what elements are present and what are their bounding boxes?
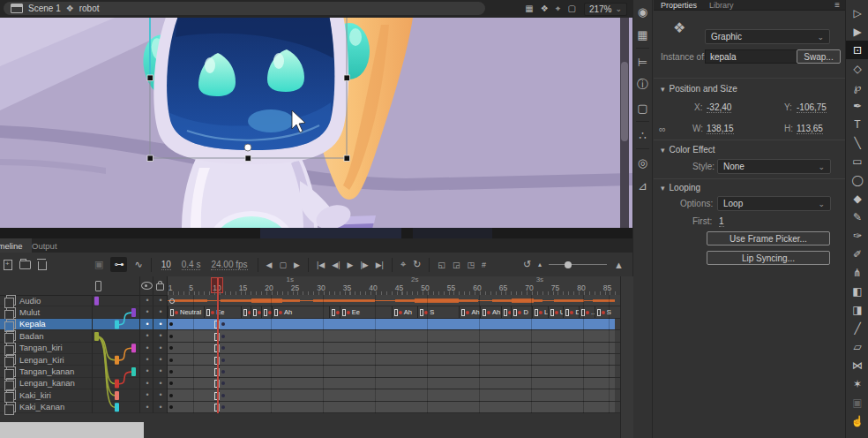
keyframe-dot[interactable] (221, 335, 225, 338)
playback-button-0[interactable]: ◀ (266, 261, 273, 269)
stage-scrollbar-thumb[interactable] (621, 62, 628, 141)
layer-lock-dot[interactable]: • (155, 403, 166, 412)
frame-row-Mulut[interactable]: NeutralEeDEeFAhDEeAhSAhAhMDLUhD..S (168, 306, 620, 318)
onion-skin-button-1[interactable]: ◲ (453, 261, 460, 269)
layer-lock-dot[interactable]: • (155, 366, 166, 375)
tween-span[interactable] (168, 389, 615, 400)
loop-playback-button[interactable]: ↻ (413, 259, 421, 270)
frame-row-Tangan_kiri[interactable] (168, 343, 620, 354)
parent-marker-Tangan_kiri[interactable] (131, 344, 136, 352)
camera-tool[interactable]: ▣ (846, 393, 868, 412)
show-parenting-view-button[interactable]: ⊶ (110, 257, 127, 272)
eyedropper-tool[interactable]: ╱ (846, 319, 868, 337)
keyframe-dot[interactable] (169, 394, 173, 397)
pen-tool[interactable]: ✒ (846, 96, 868, 115)
onion-skin-button-0[interactable]: ◱ (438, 261, 445, 269)
layer-lock-dot[interactable]: • (155, 390, 166, 399)
tween-span[interactable] (168, 378, 615, 389)
section-position-size[interactable]: Position and Size (661, 84, 737, 94)
paint-bucket-tool[interactable]: ◧ (846, 282, 868, 300)
edit-symbols-icon[interactable]: ❖ (541, 4, 549, 14)
frame-row-Badan[interactable] (168, 330, 620, 342)
timeline-zoom-slider-knob[interactable] (565, 261, 572, 268)
timeline-zoom-out-button[interactable]: ▴ (538, 261, 542, 268)
playback-button-2[interactable]: ▶ (294, 261, 300, 269)
phoneme-keyframe-Ee-8[interactable]: Ee (204, 306, 241, 317)
frame-row-Audio[interactable] (168, 295, 620, 306)
tween-span[interactable] (168, 366, 615, 376)
breadcrumb-scene[interactable]: Scene 1 (28, 4, 61, 13)
lip-syncing-button[interactable]: Lip Syncing... (707, 251, 830, 265)
frame-nav-button-1[interactable]: ◀| (332, 261, 340, 269)
ink-bottle-tool[interactable]: ◨ (846, 300, 868, 319)
first-value[interactable]: 1 (719, 216, 724, 227)
use-frame-picker-button[interactable]: Use Frame Picker... (707, 231, 830, 245)
keyframe-dot[interactable] (169, 359, 173, 362)
stage-vertical-scrollbar[interactable] (620, 18, 629, 228)
fluid-brush-tool[interactable]: ✑ (846, 226, 868, 245)
parent-marker-Kaki_Kanan[interactable] (115, 403, 119, 412)
frame-nav-button-4[interactable]: ▶| (376, 261, 384, 269)
frame-row-Kaki_kiri[interactable] (168, 389, 620, 401)
polystar-tool[interactable]: ◆ (846, 189, 868, 208)
clip-bounds-icon[interactable]: ▢ (567, 4, 575, 14)
parent-marker-Audio[interactable] (94, 297, 99, 306)
phoneme-keyframe-L-71[interactable]: L (532, 306, 549, 317)
parent-marker-Lengan_kanan[interactable] (115, 380, 119, 389)
text-tool[interactable]: T (846, 115, 868, 133)
graph-editor-button[interactable]: ∿ (134, 259, 142, 270)
layer-lock-dot[interactable]: • (155, 344, 166, 352)
phoneme-keyframe-Ah-57[interactable]: Ah (459, 306, 481, 317)
add-camera-button[interactable]: ▣ (94, 259, 103, 270)
breadcrumb[interactable]: Scene 1 ❖ robot (4, 2, 485, 15)
asset-warp-tool[interactable]: ✶ (846, 374, 868, 393)
keyframe-dot[interactable] (221, 359, 225, 362)
frame-nav-button-0[interactable]: |◀ (317, 261, 325, 269)
swatches-panel-icon[interactable]: ▦ (633, 23, 652, 46)
tab-library[interactable]: Library (709, 1, 734, 10)
elapsed-time-value[interactable]: 0.4 s (182, 260, 201, 270)
instance-name-field[interactable]: kepala (705, 49, 800, 64)
tab-output[interactable]: Output (25, 238, 64, 253)
panel-menu-icon[interactable]: ≡ (834, 0, 840, 10)
color-panel-icon[interactable]: ◉ (633, 0, 652, 23)
phoneme-keyframe-..-80[interactable]: .. (579, 306, 595, 317)
frame-row-Kepala[interactable] (168, 319, 620, 330)
onion-skin-button-2[interactable]: ◳ (467, 261, 475, 269)
layer-lock-dot[interactable]: • (155, 379, 166, 388)
frame-rate-value[interactable]: 24.00 fps (211, 260, 247, 270)
w-value[interactable]: 138,15 (707, 124, 734, 134)
classic-brush-tool[interactable]: ✐ (846, 245, 868, 263)
keyframe-dot[interactable] (169, 370, 173, 374)
frame-nav-button-2[interactable]: ▶ (347, 261, 353, 269)
tween-span[interactable] (168, 330, 615, 341)
phoneme-keyframe-Ee-34[interactable]: Ee (340, 306, 393, 317)
section-color-effect[interactable]: Color Effect (661, 145, 715, 155)
layer-lock-dot[interactable]: • (155, 296, 166, 305)
playback-button-1[interactable]: ▢ (280, 261, 288, 269)
stage[interactable] (0, 18, 632, 238)
clip-scene-icon[interactable]: ▦ (525, 4, 533, 14)
pencil-tool[interactable]: ✎ (846, 208, 868, 226)
phoneme-keyframe-S-49[interactable]: S (417, 306, 460, 317)
gradient-transform-tool[interactable]: ◇ (846, 59, 868, 78)
h-value[interactable]: 113,65 (797, 124, 823, 134)
center-frame-button[interactable]: ⌖ (400, 259, 406, 270)
looping-options-dropdown[interactable]: Loop ⌄ (717, 196, 831, 211)
subselection-tool[interactable]: ▶ (846, 22, 868, 41)
brush-library-panel-icon[interactable]: ∴ (633, 124, 652, 147)
hand-tool[interactable]: ☝ (846, 412, 868, 430)
layer-lock-dot[interactable]: • (155, 320, 166, 328)
phoneme-keyframe-D-67[interactable]: D (511, 306, 533, 317)
timeline-horizontal-scrollbar[interactable] (0, 422, 144, 438)
keyframe-dot[interactable] (221, 370, 225, 374)
timeline-ruler[interactable]: 15101520253035404550556065707580851s2s3s (168, 276, 620, 296)
tween-span[interactable] (168, 354, 615, 365)
parent-marker-Tangan_kanan[interactable] (131, 367, 136, 376)
y-value[interactable]: -106,75 (797, 102, 827, 113)
new-folder-button[interactable] (19, 261, 31, 269)
center-stage-icon[interactable]: ⌖ (556, 4, 561, 14)
new-layer-button[interactable] (4, 260, 12, 270)
tween-span[interactable] (168, 343, 615, 353)
eraser-tool[interactable]: ▱ (846, 337, 868, 356)
